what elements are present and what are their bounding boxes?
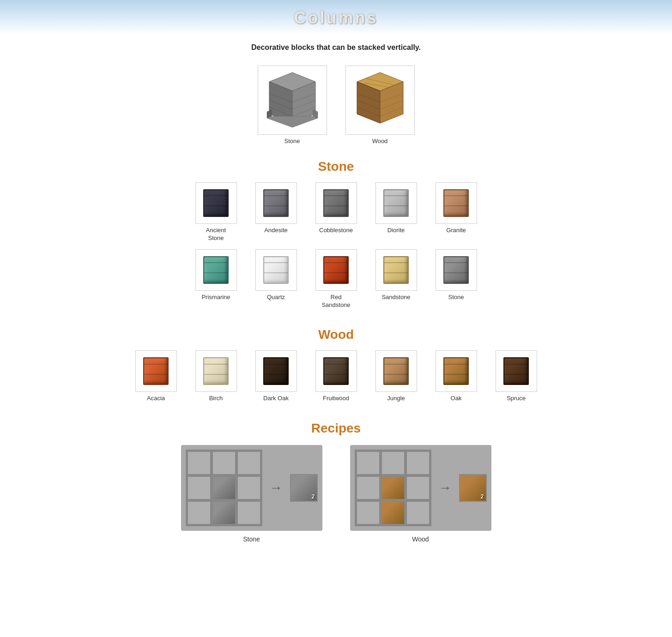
craft-w-cell-2-1 xyxy=(381,501,405,524)
item-label-birch: Birch xyxy=(209,395,223,403)
wood-section-title: Wood xyxy=(0,327,672,342)
item-spruce: Spruce xyxy=(491,350,542,403)
main-items-row: Stone xyxy=(0,66,672,145)
craft-cell-0-0 xyxy=(188,451,211,475)
darkoak-block-icon xyxy=(263,357,289,385)
craft-cell-1-2 xyxy=(237,476,260,499)
item-label-jungle: Jungle xyxy=(387,395,405,403)
stone-section-title: Stone xyxy=(0,159,672,174)
item-label-red-sandstone: RedSandstone xyxy=(321,294,350,309)
item-box-diorite xyxy=(375,182,417,224)
diorite-block-icon xyxy=(383,189,409,217)
spruce-block-icon xyxy=(503,357,529,385)
item-box-darkoak xyxy=(255,350,297,392)
item-box-ancient xyxy=(195,182,237,224)
item-label-quartz: Quartz xyxy=(267,294,285,301)
prismarine-block-icon xyxy=(203,256,229,284)
recipe-arrow-wood: → xyxy=(439,481,452,495)
item-label-fruitwood: Fruitwood xyxy=(323,395,349,403)
recipe-wood: → 2 Wood xyxy=(350,445,491,543)
result-stone: 2 xyxy=(290,474,318,502)
item-granite: Granite xyxy=(431,182,482,234)
stone-row-1: AncientStone Andesite Cobblestone Diorit… xyxy=(0,182,672,242)
item-label-acacia: Acacia xyxy=(147,395,165,403)
item-box-jungle xyxy=(375,350,417,392)
item-box-fruitwood xyxy=(315,350,357,392)
andesite-block-icon xyxy=(263,189,289,217)
item-stone-main: Stone xyxy=(253,66,332,145)
oak-block-icon xyxy=(443,357,469,385)
recipes-section-title: Recipes xyxy=(0,421,672,436)
item-ancient-stone: AncientStone xyxy=(191,182,242,242)
item-darkoak: Dark Oak xyxy=(251,350,302,403)
item-box-quartz xyxy=(255,249,297,291)
wood-block-icon xyxy=(352,70,408,130)
item-box-stone xyxy=(436,249,477,291)
item-label-ancient: AncientStone xyxy=(206,227,226,242)
item-label-stone: Stone xyxy=(448,294,464,301)
item-box-cobblestone xyxy=(315,182,357,224)
item-box-sandstone xyxy=(375,249,417,291)
item-box-spruce xyxy=(496,350,537,392)
item-box-birch xyxy=(195,350,237,392)
page-title: Columns xyxy=(0,8,672,28)
sandstone-block-icon xyxy=(383,256,409,284)
stone-block-icon xyxy=(265,70,320,130)
craft-cell-1-0 xyxy=(188,476,211,499)
craft-cell-1-1 xyxy=(212,476,236,499)
item-prismarine: Prismarine xyxy=(191,249,242,301)
recipe-stone: → 2 Stone xyxy=(181,445,322,543)
item-wood-main: Wood xyxy=(341,66,419,145)
stone-row-2: Prismarine Quartz RedSandstone Sandstone… xyxy=(0,249,672,309)
jungle-block-icon xyxy=(383,357,409,385)
item-label-granite: Granite xyxy=(446,227,466,234)
cobblestone-block-icon xyxy=(323,189,349,217)
item-box-red-sandstone xyxy=(315,249,357,291)
recipe-wood-wrap: → 2 xyxy=(350,445,491,531)
item-label-stone-main: Stone xyxy=(285,138,300,145)
subtitle: Decorative blocks that can be stacked ve… xyxy=(0,43,672,52)
main-content: Decorative blocks that can be stacked ve… xyxy=(0,34,672,637)
result-count-wood: 2 xyxy=(481,493,484,500)
item-label-darkoak: Dark Oak xyxy=(263,395,289,403)
craft-cell-0-1 xyxy=(212,451,236,475)
item-cobblestone: Cobblestone xyxy=(311,182,362,234)
item-quartz: Quartz xyxy=(251,249,302,301)
item-oak: Oak xyxy=(431,350,482,403)
craft-w-cell-0-0 xyxy=(357,451,380,475)
craft-w-cell-2-0 xyxy=(357,501,380,524)
item-label-wood-main: Wood xyxy=(372,138,388,145)
ancient-block-icon xyxy=(203,189,229,217)
item-label-diorite: Diorite xyxy=(387,227,405,234)
red-sandstone-block-icon xyxy=(323,256,349,284)
granite-block-icon xyxy=(443,189,469,217)
recipe-label-wood: Wood xyxy=(412,535,429,543)
craft-w-cell-2-2 xyxy=(406,501,430,524)
item-box-acacia xyxy=(135,350,177,392)
item-label-oak: Oak xyxy=(451,395,462,403)
quartz-block-icon xyxy=(263,256,289,284)
item-box-andesite xyxy=(255,182,297,224)
crafting-grid-wood xyxy=(355,450,431,526)
item-box-stone-main xyxy=(258,66,327,135)
stone-block-icon-sm xyxy=(443,256,469,284)
item-label-sandstone: Sandstone xyxy=(381,294,410,301)
craft-w-cell-1-1 xyxy=(381,476,405,499)
craft-w-cell-1-2 xyxy=(406,476,430,499)
item-diorite: Diorite xyxy=(371,182,422,234)
item-box-granite xyxy=(436,182,477,224)
item-label-prismarine: Prismarine xyxy=(201,294,230,301)
item-label-spruce: Spruce xyxy=(507,395,526,403)
item-birch: Birch xyxy=(191,350,242,403)
recipes-area: → 2 Stone xyxy=(0,445,672,543)
acacia-block-icon xyxy=(143,357,169,385)
craft-cell-0-2 xyxy=(237,451,260,475)
craft-w-cell-1-0 xyxy=(357,476,380,499)
item-jungle: Jungle xyxy=(371,350,422,403)
result-wood: 2 xyxy=(459,474,487,502)
item-box-wood-main xyxy=(345,66,415,135)
item-acacia: Acacia xyxy=(131,350,182,403)
item-stone: Stone xyxy=(431,249,482,301)
item-fruitwood: Fruitwood xyxy=(311,350,362,403)
birch-block-icon xyxy=(203,357,229,385)
